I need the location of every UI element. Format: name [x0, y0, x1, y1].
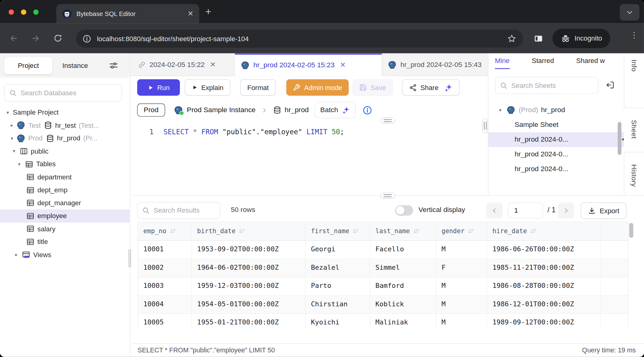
cell[interactable]: Simmel: [370, 259, 436, 277]
tree-node-table-dept-emp[interactable]: dept_emp: [0, 184, 130, 197]
cell[interactable]: Parto: [306, 277, 370, 295]
sidebar-resize-handle[interactable]: [128, 249, 132, 267]
cell[interactable]: Facello: [370, 241, 436, 258]
browser-menu-button[interactable]: ⋮: [630, 33, 638, 37]
instance-name[interactable]: Prod Sample Instance: [187, 106, 256, 114]
table-row[interactable]: 10003 1959-12-03T00:00:00Z Parto Bamford…: [138, 277, 628, 295]
cell[interactable]: 10005: [138, 314, 192, 328]
search-databases-input[interactable]: Search Databases: [4, 84, 122, 101]
caret-down-icon[interactable]: ▾: [11, 148, 17, 154]
side-tab-sheet[interactable]: Sheet: [630, 120, 638, 139]
tree-node-views-group[interactable]: ▸ Views: [0, 248, 130, 261]
caret-down-icon[interactable]: ▾: [9, 135, 15, 141]
cell[interactable]: Bezalel: [306, 259, 370, 277]
export-button[interactable]: Export: [581, 202, 626, 219]
browser-tab[interactable]: Bytebase SQL Editor ✕: [56, 4, 199, 23]
forward-button[interactable]: [31, 34, 40, 43]
sort-icon[interactable]: [530, 228, 537, 234]
sort-icon[interactable]: [352, 228, 359, 234]
cell[interactable]: Kyoichi: [306, 314, 370, 328]
cell[interactable]: 1986-06-26T00:00:00Z: [487, 241, 601, 258]
cell[interactable]: 10001: [138, 241, 192, 258]
batch-mode-button[interactable]: Batch: [315, 102, 356, 118]
sheet-item-sample-sheet[interactable]: Sample Sheet •••: [488, 117, 624, 132]
cell[interactable]: 1953-09-02T00:00:00Z: [192, 241, 305, 258]
info-icon[interactable]: [363, 105, 372, 115]
tab-mine[interactable]: Mine: [495, 57, 510, 69]
search-results-input[interactable]: Search Results: [137, 202, 220, 219]
column-header[interactable]: hire_date: [487, 222, 601, 240]
url-bar[interactable]: localhost:8080/sql-editor/sheet/project-…: [76, 29, 523, 48]
window-minimize-button[interactable]: [21, 10, 26, 15]
column-header[interactable]: first_name: [306, 222, 370, 240]
caret-down-icon[interactable]: ▾: [497, 107, 503, 113]
cell[interactable]: 10002: [138, 259, 192, 277]
prev-page-button[interactable]: [486, 202, 503, 218]
table-row[interactable]: 10005 1955-01-21T00:00:00Z Kyoichi Malin…: [138, 314, 628, 328]
cell[interactable]: 1955-01-21T00:00:00Z: [192, 314, 305, 328]
tree-node-table-salary[interactable]: salary: [0, 222, 130, 235]
cell[interactable]: 1986-12-01T00:00:00Z: [487, 296, 601, 313]
editor-top-resize-handle[interactable]: [380, 117, 395, 123]
tab-instance[interactable]: Instance: [53, 62, 98, 69]
new-tab-button[interactable]: +: [205, 6, 211, 18]
table-row[interactable]: 10001 1953-09-02T00:00:00Z Georgi Facell…: [138, 241, 628, 259]
column-header[interactable]: gender: [436, 222, 487, 240]
ai-sparkles-icon[interactable]: [444, 83, 453, 92]
site-info-icon[interactable]: [83, 34, 91, 43]
page-number-input[interactable]: 1: [508, 202, 543, 218]
sidebar-filter-button[interactable]: [109, 61, 118, 70]
next-page-button[interactable]: [558, 202, 574, 218]
cell[interactable]: 10003: [138, 277, 192, 295]
cell[interactable]: M: [436, 314, 487, 328]
back-button[interactable]: [9, 34, 18, 43]
tree-node-hr-prod[interactable]: ▾ Prod hr_prod (Pr...: [0, 132, 130, 145]
tree-node-tables-group[interactable]: ▾ Tables: [0, 158, 130, 171]
close-tab-icon[interactable]: ✕: [340, 61, 346, 69]
sheet-panel-scrollbar[interactable]: [618, 122, 621, 155]
cell[interactable]: 1959-12-03T00:00:00Z: [192, 277, 305, 295]
caret-right-icon[interactable]: ▸: [14, 252, 19, 258]
cell[interactable]: Maliniak: [370, 314, 436, 328]
cell[interactable]: M: [436, 296, 487, 313]
column-header[interactable]: birth_date: [192, 222, 305, 240]
table-row[interactable]: 10002 1964-06-02T00:00:00Z Bezalel Simme…: [138, 259, 628, 277]
tree-node-table-department[interactable]: department: [0, 171, 130, 183]
sort-icon[interactable]: [413, 228, 420, 234]
table-row[interactable]: 10004 1954-05-01T00:00:00Z Chirstian Kob…: [138, 296, 628, 314]
admin-mode-button[interactable]: Admin mode: [286, 79, 349, 96]
cell[interactable]: 10004: [138, 296, 192, 313]
cell[interactable]: M: [436, 277, 487, 295]
worksheet-tab-2-active[interactable]: hr_prod 2024-02-05 15:23 ✕: [235, 53, 382, 76]
tree-node-table-employee-selected[interactable]: employee: [0, 210, 130, 222]
tab-starred[interactable]: Starred: [532, 57, 554, 69]
vertical-display-toggle[interactable]: [395, 205, 413, 215]
sort-icon[interactable]: [170, 228, 176, 234]
side-panel-button[interactable]: [533, 34, 543, 44]
sheet-item-unsaved-clipped[interactable]: hr_prod 2024-0...: [488, 162, 624, 177]
tree-node-table-title[interactable]: title: [0, 235, 130, 248]
database-name[interactable]: hr_prod: [285, 106, 309, 114]
cell[interactable]: 1985-11-21T00:00:00Z: [487, 259, 601, 277]
results-resize-handle[interactable]: [380, 193, 395, 198]
sheet-item-unsaved[interactable]: hr_prod 2024-0...: [488, 147, 624, 162]
cell[interactable]: 1964-06-02T00:00:00Z: [192, 259, 305, 277]
tree-node-table-dept-manager[interactable]: dept_manager: [0, 197, 130, 210]
sort-icon[interactable]: [468, 228, 474, 234]
cell[interactable]: Bamford: [370, 277, 436, 295]
tab-search-chevron-button[interactable]: [620, 4, 639, 20]
browser-tab-close-icon[interactable]: ✕: [188, 10, 194, 18]
cell[interactable]: Chirstian: [306, 296, 370, 313]
side-tab-info[interactable]: Info: [630, 60, 638, 72]
tree-node-schema-public[interactable]: ▾ public: [0, 145, 130, 158]
tab-project[interactable]: Project: [4, 57, 53, 74]
worksheet-tab-1[interactable]: 2024-02-05 15:22 ✕: [132, 53, 235, 76]
cell[interactable]: 1986-08-28T00:00:00Z: [487, 277, 601, 295]
results-scrollbar[interactable]: [629, 223, 633, 238]
run-button[interactable]: Run: [137, 79, 180, 96]
caret-right-icon[interactable]: ▸: [9, 123, 15, 128]
sheet-group-hr-prod[interactable]: ▾ (Prod) hr_prod: [488, 103, 622, 117]
cell[interactable]: M: [436, 241, 487, 258]
format-button[interactable]: Format: [240, 79, 276, 96]
reload-button[interactable]: [53, 34, 62, 43]
